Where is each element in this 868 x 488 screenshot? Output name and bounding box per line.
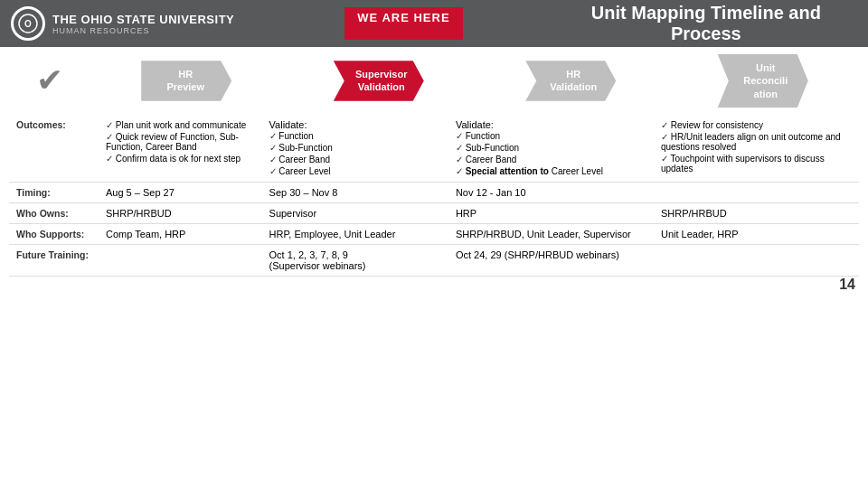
university-sub: Human Resources: [52, 26, 234, 35]
validate-intro-2: Validate:: [456, 119, 646, 130]
phase-shape-hr-validation: HRValidation: [525, 61, 616, 101]
page-title: Unit Mapping Timeline and Process: [555, 3, 857, 44]
checkmark-icon: ✔: [36, 61, 63, 99]
header: O The Ohio State University Human Resour…: [0, 0, 868, 47]
list-item: Review for consistency: [661, 119, 852, 131]
who-supports-row: Who Supports: Comp Team, HRP HRP, Employ…: [9, 223, 859, 244]
who-supports-label: Who Supports:: [9, 223, 99, 244]
who-supports-supervisor: HRP, Employee, Unit Leader: [262, 223, 448, 244]
timing-supervisor: Sep 30 – Nov 8: [262, 182, 448, 202]
phase-shape-hr-preview: HRPreview: [141, 61, 231, 101]
future-training-label: Future Training:: [9, 244, 99, 276]
outcomes-hr-validation-list: Function Sub-Function Career Band Specia…: [456, 130, 646, 177]
we-are-here-badge: WE ARE HERE: [344, 7, 462, 40]
osu-text: The Ohio State University Human Resource…: [52, 13, 234, 35]
footer: 14: [0, 277, 868, 298]
who-owns-label: Who Owns:: [9, 202, 99, 223]
list-item: Quick review of Function, Sub-Function, …: [106, 131, 255, 153]
phase-shape-unit-reconciliation: UnitReconciliation: [718, 54, 808, 108]
timing-label: Timing:: [9, 182, 99, 202]
phase-shape-supervisor-validation: SupervisorValidation: [334, 61, 424, 101]
timing-hr-validation: Nov 12 - Jan 10: [448, 182, 859, 202]
future-training-row: Future Training: Oct 1, 2, 3, 7, 8, 9(Su…: [9, 244, 859, 276]
list-item: Sub-Function: [456, 142, 646, 154]
outcomes-hr-validation: Validate: Function Sub-Function Career B…: [448, 115, 654, 183]
list-item: Special attention to Career Level: [456, 165, 646, 177]
list-item: Career Level: [269, 165, 441, 177]
phase-hr-validation: HRValidation: [475, 54, 667, 108]
university-name: The Ohio State University: [52, 13, 234, 26]
content-area: Outcomes: Plan unit work and communicate…: [0, 115, 868, 277]
phase-unit-reconciliation: UnitReconciliation: [667, 54, 860, 108]
outcomes-supervisor-list: Function Sub-Function Career Band Career…: [269, 130, 441, 177]
phase-supervisor-validation: SupervisorValidation: [283, 54, 476, 108]
osu-seal-icon: O: [17, 13, 39, 34]
phase-row: ✔ HRPreview SupervisorValidation HRValid…: [0, 47, 868, 115]
osu-logo: O The Ohio State University Human Resour…: [11, 6, 234, 41]
who-owns-hr-validation: HRP: [448, 202, 654, 223]
outcomes-supervisor: Validate: Function Sub-Function Career B…: [262, 115, 448, 183]
timing-hr-preview: Aug 5 – Sep 27: [99, 182, 262, 202]
who-owns-hr-preview: SHRP/HRBUD: [99, 202, 262, 223]
list-item: Plan unit work and communicate: [106, 119, 255, 131]
outcomes-unit-reconciliation: Review for consistency HR/Unit leaders a…: [654, 115, 859, 183]
who-owns-supervisor: Supervisor: [262, 202, 448, 223]
checkmark-area: ✔: [9, 61, 90, 99]
outcomes-label: Outcomes:: [9, 115, 99, 183]
validate-intro: Validate:: [269, 119, 441, 130]
timing-row: Timing: Aug 5 – Sep 27 Sep 30 – Nov 8 No…: [9, 182, 859, 202]
outcomes-hr-preview-list: Plan unit work and communicate Quick rev…: [106, 119, 255, 164]
list-item: Function: [456, 130, 646, 142]
phase-hr-preview: HRPreview: [90, 54, 283, 108]
header-center: WE ARE HERE: [252, 7, 554, 40]
list-item: Function: [269, 130, 441, 142]
list-item: Career Band: [269, 154, 441, 165]
future-training-hr-validation: Oct 24, 29 (SHRP/HRBUD webinars): [448, 244, 859, 276]
list-item: HR/Unit leaders align on unit outcome an…: [661, 131, 852, 153]
outcomes-hr-preview: Plan unit work and communicate Quick rev…: [99, 115, 262, 183]
future-training-hr-preview: [99, 244, 262, 276]
phases: HRPreview SupervisorValidation HRValidat…: [90, 54, 859, 108]
who-owns-unit-reconciliation: SHRP/HRBUD: [654, 202, 859, 223]
main-table: Outcomes: Plan unit work and communicate…: [9, 115, 859, 277]
list-item: Confirm data is ok for next step: [106, 153, 255, 164]
outcomes-unit-list: Review for consistency HR/Unit leaders a…: [661, 119, 852, 174]
future-training-supervisor: Oct 1, 2, 3, 7, 8, 9(Supervisor webinars…: [262, 244, 448, 276]
osu-seal: O: [11, 6, 45, 41]
special-attention: Special attention to: [466, 166, 549, 176]
outcomes-row: Outcomes: Plan unit work and communicate…: [9, 115, 859, 183]
who-supports-hr-validation: SHRP/HRBUD, Unit Leader, Supervisor: [448, 223, 654, 244]
page-number: 14: [839, 277, 855, 293]
list-item: Touchpoint with supervisors to discuss u…: [661, 153, 852, 174]
who-supports-unit-reconciliation: Unit Leader, HRP: [654, 223, 859, 244]
svg-text:O: O: [24, 19, 32, 29]
who-owns-row: Who Owns: SHRP/HRBUD Supervisor HRP SHRP…: [9, 202, 859, 223]
who-supports-hr-preview: Comp Team, HRP: [99, 223, 262, 244]
list-item: Sub-Function: [269, 142, 441, 154]
list-item: Career Band: [456, 154, 646, 165]
